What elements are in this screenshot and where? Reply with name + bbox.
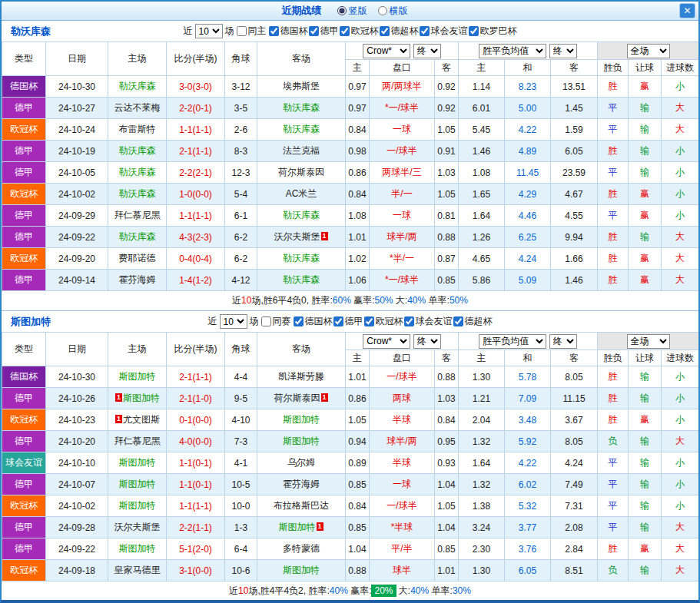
away-team: 斯图加特 xyxy=(257,431,346,452)
score: 1-1(1-1) xyxy=(167,119,225,141)
odds-handicap: 一球 xyxy=(370,205,435,227)
avg-home: 1.38 xyxy=(459,495,505,517)
team-name-text: 勒沃库森 xyxy=(119,188,156,199)
corners: 3-12 xyxy=(225,76,257,98)
avg-away: 1.46 xyxy=(551,270,598,291)
same-competition-filter[interactable]: 同赛 xyxy=(261,315,291,328)
league-checkbox[interactable] xyxy=(469,26,479,36)
league-filter[interactable]: 德国杯 xyxy=(269,25,308,38)
recent-count-select[interactable]: 10 xyxy=(220,314,247,329)
corners: 8-3 xyxy=(225,141,257,162)
odds-away: 0.93 xyxy=(435,452,459,474)
avg-draw: 5.09 xyxy=(505,270,551,291)
league-filter[interactable]: 球会友谊 xyxy=(420,25,468,38)
league-filter[interactable]: 欧冠杯 xyxy=(340,25,379,38)
avg-away: 1.59 xyxy=(551,119,598,141)
landscape-radio[interactable] xyxy=(378,6,387,15)
col-type: 类型 xyxy=(2,333,46,366)
match-date: 24-09-18 xyxy=(46,560,108,581)
view-option-portrait[interactable]: 竖版 xyxy=(337,5,367,18)
home-team: 斯图加特 xyxy=(108,452,167,474)
result: 平 xyxy=(598,205,629,227)
avg-company-select[interactable]: 胜平负均值 xyxy=(479,334,546,349)
view-option-landscape[interactable]: 横版 xyxy=(378,5,408,18)
avg-home: 5.86 xyxy=(459,270,505,291)
league-filter[interactable]: 德甲 xyxy=(333,315,363,328)
match-date: 24-10-30 xyxy=(46,366,108,388)
match-type: 德甲 xyxy=(2,517,46,538)
odds-handicap: 一/球半 xyxy=(370,366,435,388)
avg-company-select[interactable]: 胜平负均值 xyxy=(479,44,546,58)
league-checkbox[interactable] xyxy=(294,316,304,326)
team-name-text: 斯图加特 xyxy=(119,543,156,554)
landscape-label: 横版 xyxy=(390,5,408,18)
league-filter[interactable]: 德超杯 xyxy=(453,315,493,328)
scope-select[interactable]: 全场 xyxy=(627,334,670,349)
league-checkbox[interactable] xyxy=(453,316,463,326)
home-team: 斯图加特 xyxy=(108,366,167,388)
odds-away: 1.03 xyxy=(435,388,459,409)
odds-final-select[interactable]: 终 xyxy=(413,334,441,349)
odds-company-select[interactable]: Crow* xyxy=(363,44,410,58)
recent-count-select[interactable]: 10 xyxy=(195,24,223,38)
away-team: 勒沃库森 xyxy=(257,248,346,270)
handicap-result: 赢 xyxy=(629,248,662,270)
avg-away: 13.51 xyxy=(551,76,598,98)
same-venue-filter[interactable]: 同主 xyxy=(237,25,267,38)
odds-away: 0.88 xyxy=(435,227,459,248)
team-name-text: 斯图加特 xyxy=(283,414,320,425)
match-row: 欧冠杯24-10-02斯图加特1-1(1-1)10-0布拉格斯巴达0.84一/球… xyxy=(2,495,699,517)
odds-away: 0.91 xyxy=(435,141,459,162)
match-type: 德国杯 xyxy=(2,366,46,388)
away-team: 勒沃库森 xyxy=(257,205,346,227)
team-name-text: 多特蒙德 xyxy=(283,543,320,554)
odds-final-select[interactable]: 终 xyxy=(413,44,441,58)
league-checkbox[interactable] xyxy=(333,316,343,326)
team-name-text: 荷尔斯泰因 xyxy=(278,167,324,177)
corners: 10-0 xyxy=(225,495,257,517)
avg-away: 1.45 xyxy=(551,98,598,119)
sub-handicap-result: 让球 xyxy=(629,60,662,76)
home-team: 勒沃库森 xyxy=(108,141,167,162)
same-competition-checkbox[interactable] xyxy=(261,316,271,326)
match-date: 24-10-02 xyxy=(46,495,108,517)
match-date: 24-09-22 xyxy=(46,227,108,248)
avg-select-group: 胜平负均值 终 xyxy=(459,333,598,350)
league-checkbox[interactable] xyxy=(309,26,319,36)
portrait-radio[interactable] xyxy=(337,6,347,15)
goals-total: 大 xyxy=(662,560,699,581)
league-filter[interactable]: 德甲 xyxy=(309,25,339,38)
match-row: 欧冠杯24-10-02勒沃库森1-0(0-0)5-4AC米兰0.84半/一1.0… xyxy=(2,184,699,205)
same-venue-checkbox[interactable] xyxy=(237,26,247,36)
league-filter[interactable]: 德国杯 xyxy=(294,315,333,328)
col-corner: 角球 xyxy=(225,42,257,76)
league-filter[interactable]: 欧罗巴杯 xyxy=(469,25,517,38)
avg-away: 2.08 xyxy=(551,517,598,538)
away-team: 沃尔夫斯堡1 xyxy=(257,227,346,248)
odds-company-select[interactable]: Crow* xyxy=(363,334,410,349)
col-away: 客场 xyxy=(257,333,346,366)
odds-home: 1.01 xyxy=(346,227,370,248)
league-checkbox[interactable] xyxy=(269,26,279,36)
league-checkbox[interactable] xyxy=(404,316,414,326)
scope-select[interactable]: 全场 xyxy=(627,44,670,58)
avg-away: 8.05 xyxy=(551,431,598,452)
league-filter[interactable]: 德超杯 xyxy=(380,25,419,38)
avg-final-select[interactable]: 终 xyxy=(549,44,577,58)
close-button[interactable]: ✕ xyxy=(679,3,695,18)
away-team: 法兰克福 xyxy=(257,141,346,162)
odds-away: 0.92 xyxy=(435,98,459,119)
team-section: 斯图加特 近 10 场 同赛 德国杯德甲欧冠杯球会友谊德超杯 xyxy=(2,310,698,601)
league-checkbox[interactable] xyxy=(364,316,374,326)
league-label: 德超杯 xyxy=(391,25,419,38)
avg-draw: 6.25 xyxy=(505,227,551,248)
league-filter[interactable]: 欧冠杯 xyxy=(364,315,403,328)
result: 平 xyxy=(598,98,629,119)
league-checkbox[interactable] xyxy=(380,26,390,36)
avg-final-select[interactable]: 终 xyxy=(549,334,577,349)
league-filter[interactable]: 球会友谊 xyxy=(404,315,453,328)
league-checkbox[interactable] xyxy=(420,26,430,36)
odds-home: 1.08 xyxy=(346,205,370,227)
league-checkbox[interactable] xyxy=(340,26,350,36)
avg-home: 6.01 xyxy=(459,98,505,119)
